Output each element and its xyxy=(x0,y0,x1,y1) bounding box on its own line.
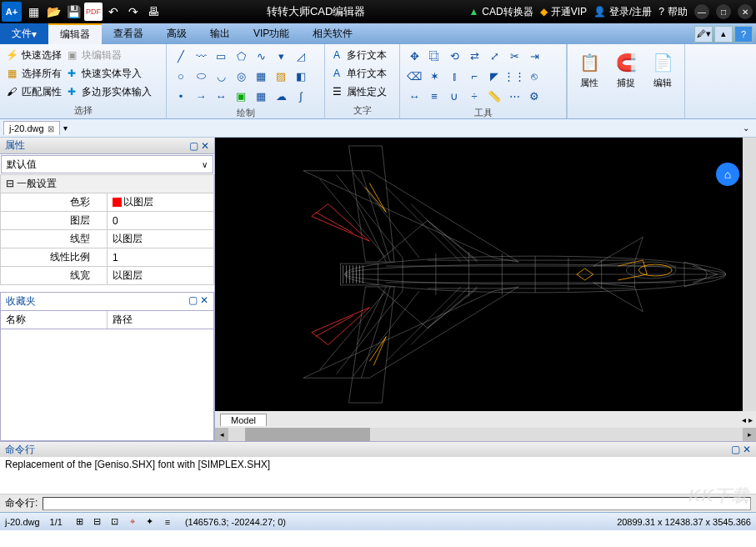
vertical-scrollbar[interactable] xyxy=(743,138,756,411)
block-editor[interactable]: ▣块编辑器 xyxy=(65,47,152,63)
undo-icon[interactable]: ↶ xyxy=(104,3,123,21)
table-row[interactable]: 线型以图层 xyxy=(1,230,214,248)
chamfer-icon[interactable]: ◤ xyxy=(485,67,503,85)
doc-tab[interactable]: j-20.dwg⊠ xyxy=(3,121,60,135)
angle-icon[interactable]: ◿ xyxy=(292,47,310,65)
ellipse-icon[interactable]: ⬭ xyxy=(192,67,210,85)
maximize-icon[interactable]: □ xyxy=(716,4,731,19)
save-icon[interactable]: 💾 xyxy=(64,3,83,21)
point-icon[interactable]: • xyxy=(172,87,190,105)
lwt-toggle-icon[interactable]: ≡ xyxy=(160,515,175,529)
match-props[interactable]: 🖌匹配属性 xyxy=(5,83,62,100)
command-input[interactable] xyxy=(43,497,751,510)
polar-toggle-icon[interactable]: ⌖ xyxy=(125,515,140,529)
mtext[interactable]: A多行文本 xyxy=(330,47,387,63)
minimize-icon[interactable]: — xyxy=(694,4,709,19)
menu-advanced[interactable]: 高级 xyxy=(155,23,198,44)
menu-output[interactable]: 输出 xyxy=(198,23,242,44)
mirror-icon[interactable]: ⇄ xyxy=(465,47,483,65)
help-button[interactable]: ?帮助 xyxy=(658,5,688,19)
dropdown-icon[interactable]: ▾ xyxy=(272,47,290,65)
stext[interactable]: A单行文本 xyxy=(330,65,387,82)
props-button[interactable]: 📋属性 xyxy=(573,47,606,118)
extend-icon[interactable]: ⇥ xyxy=(525,47,543,65)
shape-icon[interactable]: ⬠ xyxy=(232,47,250,65)
fillet-icon[interactable]: ⌐ xyxy=(465,67,483,85)
osnap-toggle-icon[interactable]: ✦ xyxy=(143,515,158,529)
paint-icon[interactable]: ▨ xyxy=(272,67,290,85)
close-tab-icon[interactable]: ⊠ xyxy=(48,124,54,133)
select-all[interactable]: ▦选择所有 xyxy=(5,65,62,82)
polygon-entity-input[interactable]: ✚多边形实体输入 xyxy=(65,83,152,100)
xline-icon[interactable]: ↔ xyxy=(212,87,230,105)
doctab-expand-icon[interactable]: ⌄ xyxy=(739,123,753,133)
more-icon[interactable]: ⋯ xyxy=(505,87,523,105)
donut-icon[interactable]: ◎ xyxy=(232,67,250,85)
measure-icon[interactable]: 📏 xyxy=(485,87,503,105)
menu-vip[interactable]: VIP功能 xyxy=(242,23,301,44)
doctab-dropdown-icon[interactable]: ▾ xyxy=(63,123,68,133)
region-icon[interactable]: ◧ xyxy=(292,67,310,85)
new-icon[interactable]: ▦ xyxy=(24,3,43,21)
rotate-icon[interactable]: ⟲ xyxy=(445,47,463,65)
vip-button[interactable]: ◆开通VIP xyxy=(540,5,587,19)
customize-icon[interactable]: 🖉▾ xyxy=(694,26,713,43)
arc-icon[interactable]: ◡ xyxy=(212,67,230,85)
horizontal-scrollbar[interactable]: ◂▸ xyxy=(215,428,756,441)
print-icon[interactable]: 🖶 xyxy=(144,3,163,21)
table-row[interactable]: 色彩以图层 xyxy=(1,193,214,212)
spline-icon[interactable]: ∫ xyxy=(292,87,310,105)
snap-toggle-icon[interactable]: ⊞ xyxy=(73,515,88,529)
grid-toggle-icon[interactable]: ⊟ xyxy=(90,515,105,529)
stretch-icon[interactable]: ↔ xyxy=(405,87,423,105)
menu-viewer[interactable]: 查看器 xyxy=(102,23,155,44)
category-row[interactable]: ⊟ 一般设置 xyxy=(1,175,214,193)
cloud-icon[interactable]: ☁ xyxy=(272,87,290,105)
divide-icon[interactable]: ÷ xyxy=(465,87,483,105)
scale-icon[interactable]: ⤢ xyxy=(485,47,503,65)
erase-icon[interactable]: ⌫ xyxy=(405,67,423,85)
table-icon[interactable]: ▦ xyxy=(252,87,270,105)
align-icon[interactable]: ≡ xyxy=(425,87,443,105)
polyline-icon[interactable]: 〰 xyxy=(192,47,210,65)
open-icon[interactable]: 📂 xyxy=(44,3,63,21)
menu-related[interactable]: 相关软件 xyxy=(301,23,364,44)
curve-icon[interactable]: ∿ xyxy=(252,47,270,65)
attr-def[interactable]: ☰属性定义 xyxy=(330,83,387,100)
line-icon[interactable]: ╱ xyxy=(172,47,190,65)
pdf-icon[interactable]: PDF xyxy=(84,3,103,21)
menu-file[interactable]: 文件 ▾ xyxy=(0,23,48,44)
login-button[interactable]: 👤登录/注册 xyxy=(593,5,652,19)
hatch-icon[interactable]: ▦ xyxy=(252,67,270,85)
copy-icon[interactable]: ⿻ xyxy=(425,47,443,65)
help-icon[interactable]: ? xyxy=(734,26,753,43)
model-tab[interactable]: Model xyxy=(220,414,267,426)
ray-icon[interactable]: → xyxy=(192,87,210,105)
offset-icon[interactable]: ⫿ xyxy=(445,67,463,85)
break-icon[interactable]: ⎋ xyxy=(525,67,543,85)
favorites-header[interactable]: 收藏夹▢ ✕ xyxy=(0,292,214,311)
trim-icon[interactable]: ✂ xyxy=(505,47,523,65)
explode-icon[interactable]: ✶ xyxy=(425,67,443,85)
cad-converter-button[interactable]: ▲CAD转换器 xyxy=(468,5,533,19)
table-row[interactable]: 图层0 xyxy=(1,212,214,230)
quick-select[interactable]: ⚡快速选择 xyxy=(5,47,62,63)
move-icon[interactable]: ✥ xyxy=(405,47,423,65)
table-row[interactable]: 线性比例1 xyxy=(1,248,214,267)
join-icon[interactable]: ∪ xyxy=(445,87,463,105)
collapse-icon[interactable]: ▴ xyxy=(714,26,733,43)
edit-button[interactable]: 📄编辑 xyxy=(646,47,679,118)
insert-icon[interactable]: ▣ xyxy=(232,87,250,105)
menu-editor[interactable]: 编辑器 xyxy=(48,23,102,44)
circle-icon[interactable]: ○ xyxy=(172,67,190,85)
quick-entity-import[interactable]: ✚快速实体导入 xyxy=(65,65,152,82)
drawing-canvas[interactable]: ⌂ xyxy=(215,138,756,411)
rect-icon[interactable]: ▭ xyxy=(212,47,230,65)
default-select[interactable]: 默认值∨ xyxy=(1,155,213,173)
table-row[interactable]: 线宽以图层 xyxy=(1,267,214,285)
ortho-toggle-icon[interactable]: ⊡ xyxy=(108,515,123,529)
redo-icon[interactable]: ↷ xyxy=(124,3,143,21)
array-icon[interactable]: ⋮⋮ xyxy=(505,67,523,85)
snap-button[interactable]: 🧲捕捉 xyxy=(609,47,643,118)
view-cube-icon[interactable]: ⌂ xyxy=(716,163,739,186)
